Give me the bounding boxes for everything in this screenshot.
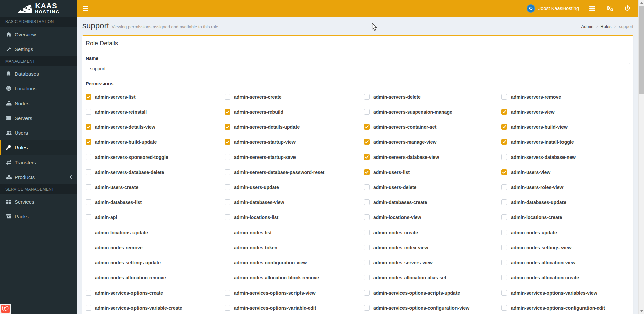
cogs-icon[interactable] xyxy=(601,0,619,17)
permission-admin-servers-database-password-reset[interactable]: admin-servers-database-password-reset xyxy=(225,169,364,175)
checkbox-unchecked[interactable] xyxy=(501,230,507,235)
checkbox-checked[interactable] xyxy=(364,154,370,160)
permission-admin-services-options-variable-edit[interactable]: admin-services-options-variable-edit xyxy=(225,305,364,311)
vertical-scrollbar[interactable] xyxy=(638,0,644,314)
checkbox-unchecked[interactable] xyxy=(225,275,230,280)
scroll-down-button[interactable] xyxy=(639,308,644,314)
checkbox-checked[interactable] xyxy=(86,94,91,100)
power-icon[interactable] xyxy=(619,0,636,17)
checkbox-unchecked[interactable] xyxy=(86,154,91,160)
permission-admin-servers-details-view[interactable]: admin-servers-details-view xyxy=(86,124,225,130)
checkbox-unchecked[interactable] xyxy=(86,109,91,115)
checkbox-unchecked[interactable] xyxy=(501,94,507,100)
sidebar-item-servers[interactable]: Servers xyxy=(0,111,77,125)
checkbox-checked[interactable] xyxy=(501,124,507,130)
breadcrumb-item-roles[interactable]: Roles xyxy=(600,24,611,29)
permission-admin-servers-remove[interactable]: admin-servers-remove xyxy=(501,94,630,100)
permission-admin-databases-view[interactable]: admin-databases-view xyxy=(225,199,364,205)
checkbox-unchecked[interactable] xyxy=(86,230,91,235)
permission-admin-nodes-allocation-alias-set[interactable]: admin-nodes-allocation-alias-set xyxy=(364,275,501,280)
checkbox-checked[interactable] xyxy=(225,139,230,145)
permission-admin-users-list[interactable]: admin-users-list xyxy=(364,169,501,175)
permission-admin-servers-reinstall[interactable]: admin-servers-reinstall xyxy=(86,109,225,115)
permission-admin-nodes-allocation-remove[interactable]: admin-nodes-allocation-remove xyxy=(86,275,225,280)
checkbox-unchecked[interactable] xyxy=(364,94,370,100)
checkbox-unchecked[interactable] xyxy=(501,275,507,280)
checkbox-unchecked[interactable] xyxy=(225,305,230,311)
permission-admin-users-roles-view[interactable]: admin-users-roles-view xyxy=(501,184,630,190)
sidebar-item-products[interactable]: Products xyxy=(0,170,77,184)
checkbox-unchecked[interactable] xyxy=(225,169,230,175)
permission-admin-servers-suspension-manage[interactable]: admin-servers-suspension-manage xyxy=(364,109,501,115)
checkbox-unchecked[interactable] xyxy=(364,199,370,205)
permission-admin-servers-startup-view[interactable]: admin-servers-startup-view xyxy=(225,139,364,145)
checkbox-unchecked[interactable] xyxy=(86,290,91,296)
checkbox-unchecked[interactable] xyxy=(86,169,91,175)
permission-admin-services-options-configuration-edit[interactable]: admin-services-options-configuration-edi… xyxy=(501,305,630,311)
checkbox-unchecked[interactable] xyxy=(86,214,91,220)
permission-admin-nodes-create[interactable]: admin-nodes-create xyxy=(364,230,501,235)
checkbox-unchecked[interactable] xyxy=(225,214,230,220)
permission-admin-services-options-variable-create[interactable]: admin-services-options-variable-create xyxy=(86,305,225,311)
sidebar-item-nodes[interactable]: Nodes xyxy=(0,96,77,111)
permission-admin-api[interactable]: admin-api xyxy=(86,214,225,220)
checkbox-checked[interactable] xyxy=(364,169,370,175)
permission-admin-locations-list[interactable]: admin-locations-list xyxy=(225,214,364,220)
checkbox-unchecked[interactable] xyxy=(225,245,230,250)
permission-admin-servers-list[interactable]: admin-servers-list xyxy=(86,94,225,100)
checkbox-unchecked[interactable] xyxy=(501,154,507,160)
permission-admin-servers-database-new[interactable]: admin-servers-database-new xyxy=(501,154,630,160)
permission-admin-servers-sponsored-toggle[interactable]: admin-servers-sponsored-toggle xyxy=(86,154,225,160)
permission-admin-servers-manage-view[interactable]: admin-servers-manage-view xyxy=(364,139,501,145)
checkbox-unchecked[interactable] xyxy=(501,199,507,205)
checkbox-checked[interactable] xyxy=(86,139,91,145)
sidebar-item-services[interactable]: Services xyxy=(0,194,77,209)
checkbox-unchecked[interactable] xyxy=(501,290,507,296)
checkbox-checked[interactable] xyxy=(501,169,507,175)
permission-admin-services-options-scripts-view[interactable]: admin-services-options-scripts-view xyxy=(225,290,364,296)
checkbox-unchecked[interactable] xyxy=(501,260,507,265)
checkbox-unchecked[interactable] xyxy=(364,109,370,115)
checkbox-unchecked[interactable] xyxy=(225,184,230,190)
permission-admin-servers-rebuild[interactable]: admin-servers-rebuild xyxy=(225,109,364,115)
checkbox-checked[interactable] xyxy=(225,109,230,115)
checkbox-unchecked[interactable] xyxy=(364,184,370,190)
permission-admin-databases-create[interactable]: admin-databases-create xyxy=(364,199,501,205)
permission-admin-servers-install-toggle[interactable]: admin-servers-install-toggle xyxy=(501,139,630,145)
scrollbar-thumb[interactable] xyxy=(639,6,644,94)
checkbox-unchecked[interactable] xyxy=(364,214,370,220)
checkbox-unchecked[interactable] xyxy=(225,94,230,100)
permission-admin-nodes-allocation-create[interactable]: admin-nodes-allocation-create xyxy=(501,275,630,280)
checkbox-unchecked[interactable] xyxy=(364,275,370,280)
checkbox-checked[interactable] xyxy=(364,124,370,130)
breadcrumb-item-admin[interactable]: Admin xyxy=(581,24,593,29)
checkbox-unchecked[interactable] xyxy=(225,199,230,205)
permission-admin-services-options-create[interactable]: admin-services-options-create xyxy=(86,290,225,296)
checkbox-unchecked[interactable] xyxy=(225,230,230,235)
permission-admin-databases-list[interactable]: admin-databases-list xyxy=(86,199,225,205)
checkbox-unchecked[interactable] xyxy=(364,290,370,296)
servers-icon[interactable] xyxy=(584,0,601,17)
checkbox-unchecked[interactable] xyxy=(86,199,91,205)
permission-admin-nodes-allocation-view[interactable]: admin-nodes-allocation-view xyxy=(501,260,630,265)
permission-admin-servers-build-update[interactable]: admin-servers-build-update xyxy=(86,139,225,145)
sidebar-item-locations[interactable]: Locations xyxy=(0,81,77,96)
permission-admin-services-options-configuration-view[interactable]: admin-services-options-configuration-vie… xyxy=(364,305,501,311)
permission-admin-servers-database-delete[interactable]: admin-servers-database-delete xyxy=(86,169,225,175)
checkbox-checked[interactable] xyxy=(225,124,230,130)
permission-admin-servers-view[interactable]: admin-servers-view xyxy=(501,109,630,115)
permission-admin-users-create[interactable]: admin-users-create xyxy=(86,184,225,190)
role-name-input[interactable] xyxy=(86,63,630,74)
checkbox-unchecked[interactable] xyxy=(225,154,230,160)
permission-admin-services-options-scripts-update[interactable]: admin-services-options-scripts-update xyxy=(364,290,501,296)
permission-admin-locations-view[interactable]: admin-locations-view xyxy=(364,214,501,220)
permission-admin-servers-delete[interactable]: admin-servers-delete xyxy=(364,94,501,100)
permission-admin-servers-container-set[interactable]: admin-servers-container-set xyxy=(364,124,501,130)
checkbox-unchecked[interactable] xyxy=(86,245,91,250)
user-menu[interactable]: Joost KaasHosting xyxy=(522,0,584,17)
permission-admin-locations-create[interactable]: admin-locations-create xyxy=(501,214,630,220)
checkbox-unchecked[interactable] xyxy=(86,305,91,311)
scroll-up-button[interactable] xyxy=(639,0,644,6)
permission-admin-servers-database-view[interactable]: admin-servers-database-view xyxy=(364,154,501,160)
checkbox-unchecked[interactable] xyxy=(225,290,230,296)
